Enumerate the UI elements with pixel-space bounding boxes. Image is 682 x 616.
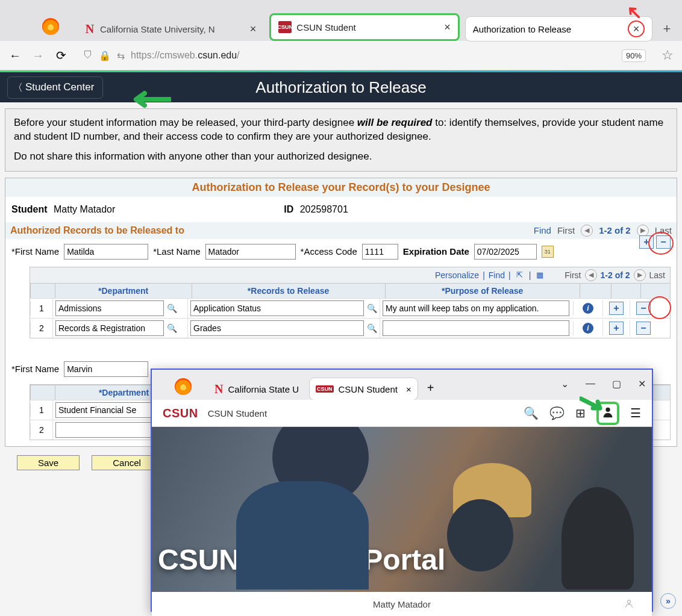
purpose-input[interactable] — [383, 300, 569, 316]
calendar-icon[interactable]: 31 — [542, 246, 554, 258]
footer-user-name: Matty Matador — [373, 599, 431, 609]
tab-csun-student[interactable]: CSUN CSUN Student × — [269, 13, 459, 41]
last-name-label: Last Name — [153, 246, 200, 257]
tab-title: Authorization to Release — [473, 24, 623, 34]
close-icon[interactable]: × — [250, 23, 257, 36]
records-input[interactable] — [190, 300, 364, 316]
chat-icon[interactable]: 💬 — [549, 406, 565, 420]
forward-icon: → — [31, 49, 45, 62]
tab-csu[interactable]: N California State University, N × — [77, 17, 263, 41]
save-button[interactable]: Save — [17, 455, 80, 470]
access-code-input[interactable] — [362, 244, 398, 260]
favicon-csun-icon: CSUN — [278, 21, 292, 33]
add-row-button[interactable]: + — [609, 322, 624, 335]
first-name-input[interactable] — [64, 361, 148, 377]
minimize-icon[interactable]: — — [586, 378, 595, 390]
find-link[interactable]: Find — [534, 225, 551, 235]
records-grid: Personalize| Find| ⇱| ▦ First ◀ 1-2 of 2… — [30, 267, 671, 338]
page-title: Authorization to Release — [0, 78, 682, 97]
reload-icon[interactable]: ⟳ — [54, 49, 67, 62]
add-row-button[interactable]: + — [639, 235, 654, 249]
last-label: Last — [655, 225, 672, 235]
maximize-icon[interactable]: ▢ — [612, 378, 621, 390]
person-outline-icon — [624, 599, 634, 610]
lookup-icon[interactable]: 🔍 — [166, 303, 177, 314]
purpose-input[interactable] — [383, 320, 569, 336]
dept-input[interactable] — [55, 300, 164, 316]
popup-tab-csu[interactable]: N California State U — [208, 378, 305, 400]
designee-row: First Name Last Name Access Code Expirat… — [5, 239, 677, 264]
delete-row-button[interactable]: − — [636, 302, 651, 315]
last-name-input[interactable] — [205, 244, 296, 260]
close-icon[interactable]: × — [406, 384, 411, 394]
first-name-input[interactable] — [64, 244, 148, 260]
student-id: 202598701 — [300, 204, 348, 214]
tab-title: California State U — [228, 384, 299, 394]
popup-tab-csun-student[interactable]: CSUN CSUN Student × — [310, 378, 418, 400]
tab-title: CSUN Student — [296, 22, 439, 33]
url-field[interactable]: ⛉ 🔒 ⇆ https://cmsweb.csun.edu/ 90% — [77, 45, 652, 66]
student-label: Student — [11, 204, 48, 214]
url-host: csun.edu — [198, 50, 237, 61]
delete-row-button[interactable]: − — [656, 235, 671, 249]
chevron-down-icon[interactable]: ⌄ — [561, 378, 569, 390]
search-icon[interactable]: 🔍 — [524, 406, 539, 420]
personalize-link[interactable]: Personalize — [435, 270, 479, 280]
grid-row: 2 🔍 🔍 i + − — [30, 318, 670, 338]
first-name-label: First Name — [11, 364, 59, 374]
dept-input[interactable] — [55, 402, 164, 418]
next-icon[interactable]: ▶ — [634, 269, 646, 281]
lookup-icon[interactable]: 🔍 — [366, 303, 377, 314]
firefox-icon — [42, 18, 59, 35]
portal-toolbar: CSUN CSUN Student 🔍 💬 ⊞ ☰ — [152, 400, 652, 427]
prev-icon[interactable]: ◀ — [585, 269, 597, 281]
svg-point-1 — [627, 600, 630, 603]
dept-input[interactable] — [55, 422, 164, 438]
expand-chevrons-icon[interactable]: » — [660, 593, 676, 609]
exp-date-input[interactable] — [474, 244, 537, 260]
row-number: 1 — [30, 302, 52, 315]
info-icon[interactable]: i — [583, 323, 593, 334]
access-code-label: Access Code — [301, 246, 357, 257]
delete-row-button[interactable]: − — [636, 322, 651, 335]
url-text: https://cmsweb. — [131, 50, 198, 61]
tab-auth-release[interactable]: Authorization to Release × — [466, 17, 652, 41]
lookup-icon[interactable]: 🔍 — [366, 323, 377, 334]
new-tab-button[interactable]: + — [427, 381, 434, 395]
annotation-red-arrow — [629, 7, 651, 20]
notice-text: Do not share this information with anyon… — [14, 150, 668, 164]
favicon-n-icon: N — [214, 382, 223, 396]
section-title: Authorization to Release your Record(s) … — [5, 178, 677, 197]
grid-row: 1 🔍 🔍 i + − — [30, 298, 670, 318]
tab-title: CSUN Student — [339, 384, 398, 394]
close-icon[interactable]: × — [444, 21, 451, 34]
app-header: 〈 Student Center Authorization to Releas… — [0, 72, 682, 102]
new-tab-button[interactable]: + — [658, 20, 676, 38]
favicon-n-icon: N — [84, 23, 95, 34]
info-icon[interactable]: i — [583, 303, 593, 314]
portal-hero: CSUN Student Portal — [152, 427, 652, 592]
next-icon[interactable]: ▶ — [637, 225, 649, 237]
add-row-button[interactable]: + — [609, 302, 624, 315]
records-input[interactable] — [190, 320, 364, 336]
hamburger-menu-icon[interactable]: ☰ — [630, 406, 641, 420]
record-count: 1-2 of 2 — [599, 225, 631, 235]
grid-settings-icon[interactable]: ▦ — [534, 270, 545, 281]
prev-icon[interactable]: ◀ — [581, 225, 593, 237]
download-icon[interactable]: ⇱ — [515, 270, 525, 281]
bookmark-star-icon[interactable]: ☆ — [662, 48, 674, 63]
lookup-icon[interactable]: 🔍 — [166, 323, 177, 334]
id-label: ID — [284, 204, 293, 214]
svg-point-0 — [605, 407, 610, 411]
csun-logo: CSUN — [163, 406, 198, 420]
close-icon[interactable]: × — [628, 20, 645, 37]
dept-input[interactable] — [55, 320, 164, 336]
student-row: Student Matty Matador ID 202598701 — [5, 197, 677, 222]
portal-page-title: CSUN Student — [208, 408, 267, 418]
zoom-level[interactable]: 90% — [622, 49, 646, 62]
back-icon[interactable]: ← — [8, 49, 22, 62]
row-number: 2 — [30, 322, 52, 335]
grid-find-link[interactable]: Find — [489, 270, 505, 280]
close-window-icon[interactable]: ✕ — [638, 378, 646, 390]
popup-tabstrip: N California State U CSUN CSUN Student ×… — [152, 370, 652, 400]
